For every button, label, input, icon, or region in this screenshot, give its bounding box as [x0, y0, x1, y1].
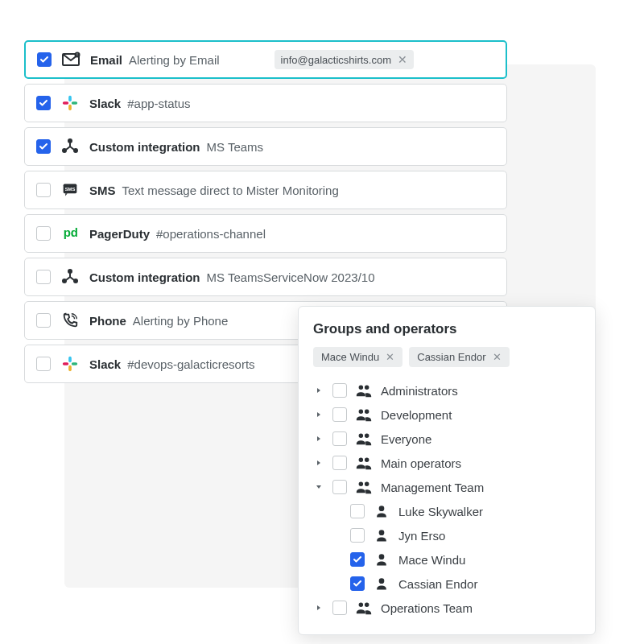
member-checkbox[interactable] [350, 576, 365, 591]
channel-row-custom[interactable]: Custom integration MS Teams [24, 127, 507, 166]
member-row[interactable]: Luke Skywalker [313, 499, 580, 523]
svg-rect-17 [72, 362, 77, 365]
operator-chip[interactable]: Cassian Endor✕ [409, 347, 509, 367]
group-checkbox[interactable] [332, 407, 347, 422]
channel-checkbox[interactable] [37, 52, 52, 67]
group-row[interactable]: Everyone [313, 427, 580, 451]
member-label: Cassian Endor [398, 577, 477, 591]
member-row[interactable]: Jyn Erso [313, 523, 580, 547]
group-row[interactable]: Main operators [313, 451, 580, 475]
group-icon [355, 406, 373, 423]
member-label: Luke Skywalker [398, 505, 483, 518]
channel-name: PagerDuty [89, 227, 150, 241]
svg-text:pd: pd [64, 225, 78, 239]
svg-rect-3 [68, 96, 72, 101]
group-label: Administrators [381, 384, 458, 398]
channel-desc: Alerting by Phone [133, 314, 228, 328]
channel-checkbox[interactable] [36, 96, 51, 110]
chip-remove-icon[interactable]: ✕ [386, 351, 394, 363]
channel-name: Slack [89, 357, 121, 371]
channel-desc: MS TeamsServiceNow 2023/10 [207, 270, 375, 284]
tag-remove-icon[interactable]: ✕ [398, 53, 407, 66]
group-checkbox[interactable] [332, 480, 347, 494]
member-label: Jyn Erso [398, 529, 445, 543]
member-checkbox[interactable] [350, 528, 365, 543]
channel-row-sms[interactable]: SMS SMS Text message direct to Mister Mo… [24, 171, 507, 209]
channel-checkbox[interactable] [36, 357, 51, 371]
channel-checkbox[interactable] [36, 226, 51, 241]
custom-icon [60, 137, 80, 156]
group-row[interactable]: Operations Team [313, 596, 580, 620]
operator-chip[interactable]: Mace Windu✕ [313, 347, 402, 367]
svg-rect-18 [68, 365, 72, 371]
group-checkbox[interactable] [332, 431, 347, 446]
group-checkbox[interactable] [332, 383, 347, 398]
group-row[interactable]: Development [313, 402, 580, 427]
pagerduty-icon: pd [60, 224, 80, 243]
channel-row-custom[interactable]: Custom integration MS TeamsServiceNow 20… [24, 258, 507, 296]
member-row[interactable]: Mace Windu [313, 547, 580, 572]
channel-row-email[interactable]: ! Email Alerting by Email info@galactics… [24, 40, 507, 79]
channel-name: Email [90, 53, 122, 67]
selected-chips: Mace Windu✕Cassian Endor✕ [313, 347, 580, 367]
caret-right-icon[interactable] [313, 436, 324, 442]
caret-right-icon[interactable] [313, 411, 324, 418]
group-icon [355, 599, 373, 617]
custom-icon [60, 267, 80, 287]
group-row[interactable]: Management Team [313, 475, 580, 499]
member-row[interactable]: Cassian Endor [313, 572, 580, 596]
group-label: Main operators [381, 456, 461, 470]
channel-tag[interactable]: info@galacticshirts.com✕ [275, 50, 414, 69]
channel-row-pagerduty[interactable]: pd PagerDuty #operations-channel [24, 214, 507, 253]
channel-desc: #operations-channel [156, 227, 266, 241]
group-label: Operations Team [381, 601, 473, 615]
channel-row-slack[interactable]: Slack #app-status [24, 84, 507, 122]
caret-down-icon[interactable] [313, 484, 324, 490]
slack-icon [60, 354, 80, 374]
group-label: Management Team [381, 481, 484, 494]
person-icon [373, 551, 390, 568]
svg-rect-5 [68, 105, 72, 110]
channel-checkbox[interactable] [36, 183, 51, 197]
email-icon: ! [61, 50, 80, 69]
group-label: Everyone [381, 432, 431, 446]
channel-checkbox[interactable] [36, 313, 51, 328]
group-checkbox[interactable] [332, 601, 347, 615]
channel-checkbox[interactable] [36, 270, 51, 284]
chip-remove-icon[interactable]: ✕ [493, 351, 502, 363]
svg-rect-4 [72, 101, 77, 105]
svg-text:!: ! [76, 52, 77, 57]
group-icon [355, 478, 373, 496]
caret-right-icon[interactable] [313, 460, 324, 466]
member-checkbox[interactable] [350, 504, 365, 518]
group-tree: Administrators Development Everyone Main… [313, 378, 580, 620]
sms-icon: SMS [60, 180, 80, 200]
group-checkbox[interactable] [332, 456, 347, 470]
phone-icon [60, 311, 80, 330]
caret-right-icon[interactable] [313, 605, 324, 611]
person-icon [373, 526, 390, 544]
channel-desc: Text message direct to Mister Monitoring [122, 184, 339, 197]
svg-text:SMS: SMS [65, 187, 76, 192]
popup-title: Groups and operators [313, 321, 580, 337]
person-icon [373, 502, 390, 520]
channel-name: Phone [89, 314, 126, 328]
caret-right-icon[interactable] [313, 387, 324, 394]
group-icon [355, 382, 373, 399]
group-label: Development [381, 408, 452, 422]
member-label: Mace Windu [398, 553, 465, 567]
channel-desc: #app-status [127, 97, 190, 110]
member-checkbox[interactable] [350, 552, 365, 567]
channel-desc: #devops-galacticresorts [127, 357, 254, 371]
slack-icon [60, 93, 80, 113]
channel-checkbox[interactable] [36, 139, 51, 154]
group-row[interactable]: Administrators [313, 378, 580, 402]
group-icon [355, 430, 373, 448]
channel-desc: MS Teams [207, 140, 264, 154]
group-icon [355, 454, 373, 472]
svg-rect-6 [63, 101, 68, 105]
channel-desc: Alerting by Email [129, 53, 220, 67]
person-icon [373, 575, 390, 592]
groups-popup: Groups and operators Mace Windu✕Cassian … [298, 306, 596, 635]
svg-rect-16 [68, 357, 72, 362]
